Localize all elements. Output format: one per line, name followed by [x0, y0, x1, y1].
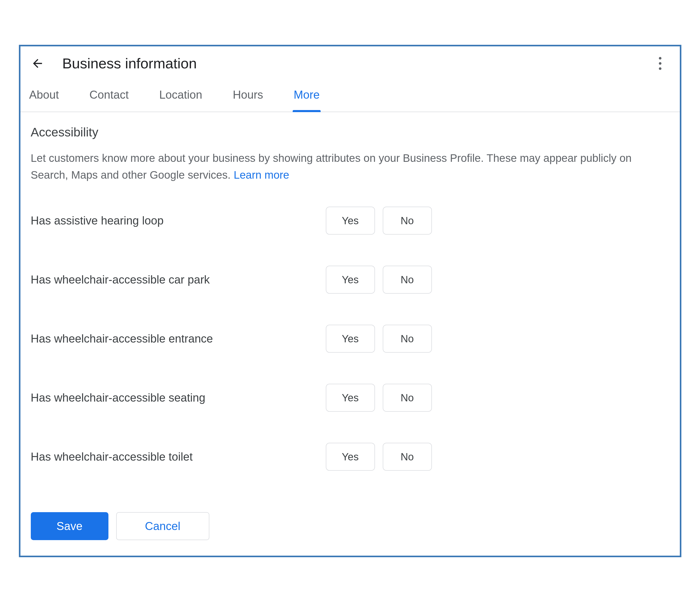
- yes-no-group: Yes No: [326, 443, 432, 471]
- no-button[interactable]: No: [383, 325, 432, 353]
- no-button[interactable]: No: [383, 207, 432, 235]
- back-button[interactable]: [28, 54, 47, 73]
- attribute-label: Has assistive hearing loop: [31, 214, 316, 227]
- panel-title: Business information: [62, 55, 635, 72]
- save-button[interactable]: Save: [31, 512, 108, 540]
- tab-location[interactable]: Location: [158, 80, 203, 112]
- attribute-row: Has wheelchair-accessible toilet Yes No: [31, 443, 670, 471]
- footer-actions: Save Cancel: [21, 512, 680, 556]
- section-description-text: Let customers know more about your busin…: [31, 152, 632, 181]
- learn-more-link[interactable]: Learn more: [234, 169, 289, 181]
- yes-no-group: Yes No: [326, 325, 432, 353]
- content-area: Accessibility Let customers know more ab…: [21, 112, 680, 512]
- business-info-panel: Business information About Contact Locat…: [19, 45, 681, 557]
- attribute-label: Has wheelchair-accessible entrance: [31, 332, 316, 345]
- yes-button[interactable]: Yes: [326, 325, 375, 353]
- more-menu-button[interactable]: [651, 54, 670, 73]
- yes-no-group: Yes No: [326, 266, 432, 294]
- attribute-label: Has wheelchair-accessible car park: [31, 273, 316, 286]
- tab-about[interactable]: About: [28, 80, 60, 112]
- yes-no-group: Yes No: [326, 384, 432, 412]
- section-description: Let customers know more about your busin…: [31, 150, 670, 183]
- yes-button[interactable]: Yes: [326, 384, 375, 412]
- yes-button[interactable]: Yes: [326, 443, 375, 471]
- yes-no-group: Yes No: [326, 207, 432, 235]
- yes-button[interactable]: Yes: [326, 266, 375, 294]
- arrow-back-icon: [31, 57, 44, 70]
- more-vert-icon: [659, 57, 661, 70]
- panel-header: Business information: [21, 46, 680, 80]
- attribute-row: Has wheelchair-accessible seating Yes No: [31, 384, 670, 412]
- tab-contact[interactable]: Contact: [88, 80, 130, 112]
- section-title: Accessibility: [31, 125, 670, 139]
- tab-hours[interactable]: Hours: [232, 80, 264, 112]
- tab-bar: About Contact Location Hours More: [21, 80, 680, 112]
- attribute-row: Has assistive hearing loop Yes No: [31, 207, 670, 235]
- attribute-label: Has wheelchair-accessible seating: [31, 391, 316, 404]
- attribute-label: Has wheelchair-accessible toilet: [31, 450, 316, 463]
- tab-more[interactable]: More: [293, 80, 321, 112]
- yes-button[interactable]: Yes: [326, 207, 375, 235]
- no-button[interactable]: No: [383, 384, 432, 412]
- attribute-row: Has wheelchair-accessible entrance Yes N…: [31, 325, 670, 353]
- no-button[interactable]: No: [383, 443, 432, 471]
- no-button[interactable]: No: [383, 266, 432, 294]
- cancel-button[interactable]: Cancel: [116, 512, 209, 540]
- attribute-row: Has wheelchair-accessible car park Yes N…: [31, 266, 670, 294]
